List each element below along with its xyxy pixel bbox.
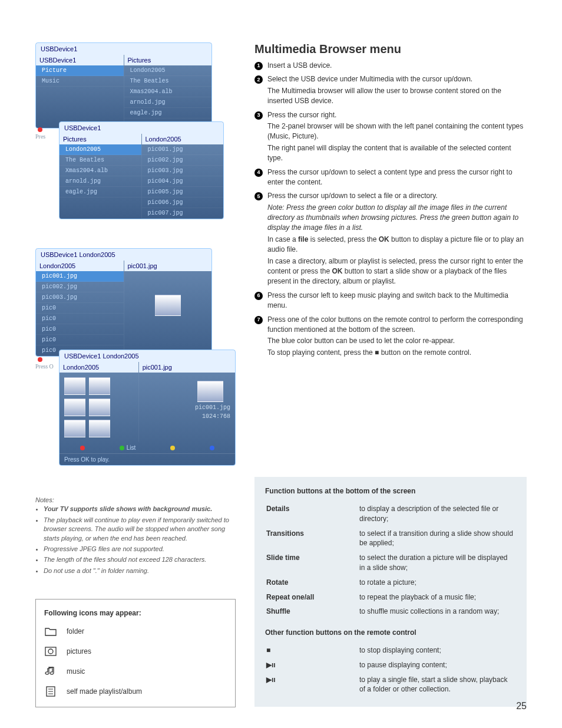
browser-panel-2a: USBDevice1 London2005 London2005 pic001.… bbox=[35, 248, 212, 357]
list-item: The Beatles bbox=[59, 155, 141, 166]
func-key: Details bbox=[266, 502, 358, 526]
list-item: pic007.jpg bbox=[142, 208, 224, 219]
step-note: Note: Press the green color button to di… bbox=[267, 203, 527, 233]
icon-label: pictures bbox=[67, 647, 91, 655]
music-icon bbox=[44, 666, 57, 677]
step-text: Insert a USB device. bbox=[267, 61, 527, 71]
step-number-icon: 6 bbox=[254, 292, 263, 300]
func-val: to pause displaying content; bbox=[359, 658, 515, 672]
func-val: to select if a transition during a slide… bbox=[359, 527, 515, 551]
step-number-icon: 1 bbox=[254, 62, 263, 70]
note-item: Do not use a dot "." in folder naming. bbox=[44, 566, 236, 575]
yellow-dot-icon bbox=[170, 446, 175, 450]
step-text: In case a directory, album or playlist i… bbox=[267, 256, 527, 287]
playlist-icon bbox=[44, 686, 57, 697]
list-item: pic005.jpg bbox=[142, 187, 224, 197]
list-item: eagle.jpg bbox=[124, 108, 212, 118]
panel-header-right: Pictures bbox=[124, 55, 212, 65]
list-item: eagle.jpg bbox=[59, 187, 141, 197]
step-text: To stop playing content, press the ■ but… bbox=[267, 348, 527, 358]
step-number-icon: 4 bbox=[254, 169, 263, 177]
list-label: List bbox=[127, 444, 136, 451]
list-item: Music bbox=[36, 76, 124, 87]
list-item: Xmas2004.alb bbox=[59, 166, 141, 176]
panel-header-right: pic001.jpg bbox=[124, 261, 212, 271]
browser-stack-1: USBDevice1 USBDevice1 Picture Music Pict… bbox=[35, 42, 236, 235]
func-key: Repeat one/all bbox=[266, 591, 358, 604]
step-text: The blue color button can be used to let… bbox=[267, 336, 527, 346]
icon-label: folder bbox=[67, 627, 84, 635]
icon-label: self made playlist/album bbox=[67, 687, 142, 696]
svg-point-1 bbox=[48, 649, 53, 654]
func-val: to rotate a picture; bbox=[359, 576, 515, 589]
func-key: Shuffle bbox=[266, 605, 358, 618]
function-box-title2: Other function buttons on the remote con… bbox=[265, 628, 516, 638]
thumb bbox=[89, 420, 110, 437]
step-number-icon: 3 bbox=[254, 111, 263, 120]
thumb bbox=[64, 377, 85, 395]
panel-header-left: London2005 bbox=[36, 261, 124, 271]
list-item: The Beatles bbox=[124, 76, 212, 87]
list-item: pic0 bbox=[36, 324, 124, 335]
list-item: pic0 bbox=[36, 303, 124, 314]
func-key: ▶ıı bbox=[266, 673, 358, 697]
icons-legend-box: Following icons may appear: folder pictu… bbox=[35, 599, 236, 707]
meta-filename: pic001.jpg bbox=[139, 404, 235, 413]
red-dot-icon bbox=[38, 127, 42, 132]
step-list: 1 Insert a USB device. 2 Select the USB … bbox=[254, 61, 527, 359]
list-item: pic001.jpg bbox=[36, 271, 124, 282]
list-item: pic006.jpg bbox=[142, 197, 224, 208]
func-key: Transitions bbox=[266, 527, 358, 551]
blue-dot-icon bbox=[210, 446, 214, 450]
func-val: to repeat the playback of a music file; bbox=[359, 591, 515, 604]
step-text: Press the cursor right. bbox=[267, 110, 527, 120]
list-item: London2005 bbox=[59, 144, 141, 155]
step-text: Press the cursor up/down to select a fil… bbox=[267, 191, 527, 201]
folder-icon bbox=[44, 625, 57, 637]
list-item: arnold.jpg bbox=[59, 176, 141, 187]
func-key: Rotate bbox=[266, 576, 358, 589]
icon-label: music bbox=[67, 667, 85, 676]
list-item: Xmas2004.alb bbox=[124, 87, 212, 97]
thumb bbox=[89, 377, 110, 395]
browser-stack-2: USBDevice1 London2005 London2005 pic001.… bbox=[35, 248, 236, 482]
red-dot-icon bbox=[38, 357, 42, 362]
notes-heading: Notes: bbox=[35, 496, 236, 505]
list-item: pic0 bbox=[36, 314, 124, 324]
breadcrumb: USBDevice1 London2005 bbox=[59, 350, 235, 362]
note-item: The length of the files should not excee… bbox=[44, 555, 236, 564]
step-text: The 2-panel browser will be shown with t… bbox=[267, 121, 527, 142]
red-dot-icon bbox=[80, 446, 85, 450]
func-key: ■ bbox=[266, 644, 358, 657]
list-item: pic002.jpg bbox=[142, 155, 224, 166]
step-number-icon: 5 bbox=[254, 192, 263, 200]
note-item: Progressive JPEG files are not supported… bbox=[44, 545, 236, 554]
preview-thumb bbox=[197, 381, 223, 402]
func-key: ▶ıı bbox=[266, 658, 358, 672]
pictures-icon bbox=[44, 645, 57, 657]
browser-panel-1a: USBDevice1 USBDevice1 Picture Music Pict… bbox=[35, 42, 212, 129]
step-text: The right panel will display the content… bbox=[267, 143, 527, 164]
meta-resolution: 1024:768 bbox=[139, 413, 235, 422]
list-item: pic0 bbox=[36, 335, 124, 345]
step-text: In case a file is selected, press the OK… bbox=[267, 235, 527, 255]
func-val: to select the duration a picture will be… bbox=[359, 551, 515, 575]
func-key: Slide time bbox=[266, 551, 358, 575]
list-item: pic003.jpg bbox=[36, 292, 124, 303]
list-item: pic002.jpg bbox=[36, 282, 124, 292]
func-val: to play a single file, start a slide sho… bbox=[359, 673, 515, 697]
step-text: The Multimedia browser will allow the us… bbox=[267, 86, 527, 107]
list-item: pic001.jpg bbox=[142, 144, 224, 155]
list-item: pic003.jpg bbox=[142, 166, 224, 176]
list-item: arnold.jpg bbox=[124, 97, 212, 108]
function-buttons-box: Function buttons at the bottom of the sc… bbox=[254, 477, 527, 707]
page-title: Multimedia Browser menu bbox=[254, 42, 527, 56]
green-dot-icon bbox=[120, 446, 124, 450]
func-val: to shuffle music collections in a random… bbox=[359, 605, 515, 618]
note-item: The playback will continue to play even … bbox=[44, 516, 236, 543]
notes-block: Notes: Your TV supports slide shows with… bbox=[35, 496, 236, 575]
footer-hint: Pres bbox=[35, 133, 236, 140]
note-item: Your TV supports slide shows with backgr… bbox=[44, 505, 236, 513]
step-number-icon: 2 bbox=[254, 75, 263, 84]
footer-hint: Press O bbox=[35, 363, 236, 370]
